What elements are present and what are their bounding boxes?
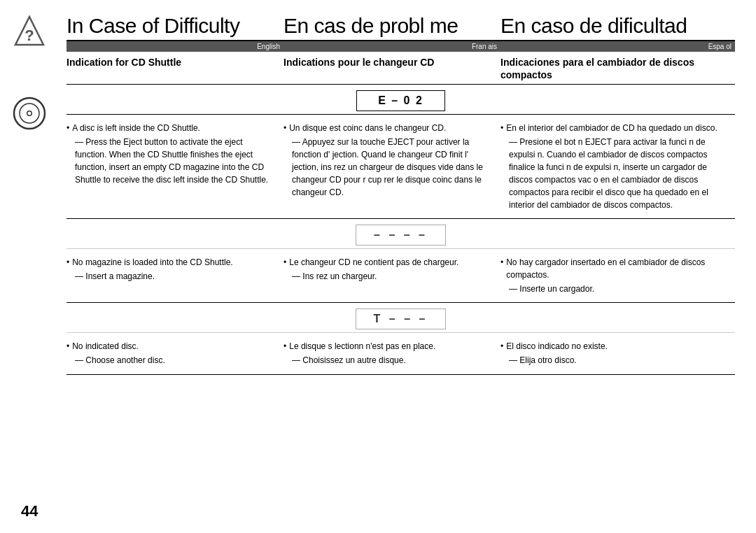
header-col2: En cas de probl me xyxy=(284,14,500,37)
error3-col3-bullet: • El disco indicado no existe. xyxy=(500,340,724,353)
error2-col3: • No hay cargador insertado en el cambia… xyxy=(500,256,735,295)
bullet3: • xyxy=(500,122,503,134)
main-content: In Case of Difficulty En cas de probl me… xyxy=(66,14,735,375)
error2-col2-sub: — Ins rez un chargeur. xyxy=(284,270,490,283)
error1-col1: • A disc is left inside the CD Shuttle. … xyxy=(66,122,284,211)
error2-content-row: • No magazine is loaded into the CD Shut… xyxy=(66,249,735,303)
error1-code-row: E – 0 2 xyxy=(66,85,735,115)
error3-content-row: • No indicated disc. — Choose another di… xyxy=(66,333,735,375)
header-col1: In Case of Difficulty xyxy=(66,14,284,37)
bullet4: • xyxy=(66,256,69,269)
bullet9: • xyxy=(500,340,503,353)
error3-code-row: T – – – xyxy=(66,303,735,333)
lang-bar: English Fran ais Espa ol xyxy=(66,41,735,52)
error1-col2-bullet: • Un disque est coinc dans le changeur C… xyxy=(284,122,490,134)
error3-col1-bullet: • No indicated disc. xyxy=(66,340,273,353)
error3-col2: • Le disque s lectionn n'est pas en plac… xyxy=(284,340,500,367)
error3-col1: • No indicated disc. — Choose another di… xyxy=(66,340,284,367)
svg-point-5 xyxy=(28,112,31,115)
bullet1: • xyxy=(66,122,69,134)
error1-col1-sub: — Press the Eject button to activate the… xyxy=(66,136,273,186)
error1-col1-bullet: • A disc is left inside the CD Shuttle. xyxy=(66,122,273,134)
svg-text:?: ? xyxy=(24,27,34,44)
error1-col2-sub: — Appuyez sur la touche EJECT pour activ… xyxy=(284,136,490,199)
error2-col1: • No magazine is loaded into the CD Shut… xyxy=(66,256,284,295)
error1-code-box: E – 0 2 xyxy=(356,90,445,111)
header-col3: En caso de dificultad xyxy=(500,14,735,37)
lang-label-en: English xyxy=(66,41,284,52)
bullet5: • xyxy=(284,256,286,269)
error3-col2-bullet: • Le disque s lectionn n'est pas en plac… xyxy=(284,340,490,353)
error1-col2: • Un disque est coinc dans le changeur C… xyxy=(284,122,500,211)
error3-col1-sub: — Choose another disc. xyxy=(66,354,273,367)
lang-label-es: Espa ol xyxy=(500,41,735,52)
page: ? In Case of Difficulty En cas de probl … xyxy=(0,0,756,533)
subheader-en: Indication for CD Shuttle xyxy=(66,56,284,81)
header-title-en: In Case of Difficulty xyxy=(66,14,239,37)
error1-col3: • En el interior del cambiador de CD ha … xyxy=(500,122,735,211)
error1-col3-sub: — Presione el bot n EJECT para activar l… xyxy=(500,136,724,211)
error1-content-row: • A disc is left inside the CD Shuttle. … xyxy=(66,115,735,219)
error3-col3: • El disco indicado no existe. — Elija o… xyxy=(500,340,735,367)
error2-col2: • Le changeur CD ne contient pas de char… xyxy=(284,256,500,295)
subheader-fr: Indications pour le changeur CD xyxy=(284,56,500,81)
header-title-es: En caso de dificultad xyxy=(500,14,687,37)
error2-col1-sub: — Insert a magazine. xyxy=(66,270,273,283)
error2-col1-bullet: • No magazine is loaded into the CD Shut… xyxy=(66,256,273,269)
error1-col3-bullet: • En el interior del cambiador de CD ha … xyxy=(500,122,724,134)
question-icon: ? xyxy=(13,14,46,48)
error2-col3-bullet: • No hay cargador insertado en el cambia… xyxy=(500,256,724,281)
error2-col2-bullet: • Le changeur CD ne contient pas de char… xyxy=(284,256,490,269)
lang-label-fr: Fran ais xyxy=(284,41,500,52)
bullet2: • xyxy=(284,122,286,134)
subheader-es: Indicaciones para el cambiador de discos… xyxy=(500,56,735,81)
left-icons: ? xyxy=(13,14,46,130)
error2-col3-sub: — Inserte un cargador. xyxy=(500,283,724,295)
cd-icon xyxy=(13,97,46,130)
header-title-fr: En cas de probl me xyxy=(284,14,458,37)
error3-col3-sub: — Elija otro disco. xyxy=(500,354,724,367)
error2-code-box: – – – – xyxy=(356,225,446,246)
error3-code-box: T – – – xyxy=(356,308,447,329)
header-row: In Case of Difficulty En cas de probl me… xyxy=(66,14,735,41)
subheader-row: Indication for CD Shuttle Indications po… xyxy=(66,52,735,85)
error2-code-row: – – – – xyxy=(66,219,735,249)
bullet8: • xyxy=(284,340,286,353)
page-number: 44 xyxy=(21,502,38,520)
bullet7: • xyxy=(66,340,69,353)
error3-col2-sub: — Choisissez un autre disque. xyxy=(284,354,490,367)
bullet6: • xyxy=(500,256,503,281)
